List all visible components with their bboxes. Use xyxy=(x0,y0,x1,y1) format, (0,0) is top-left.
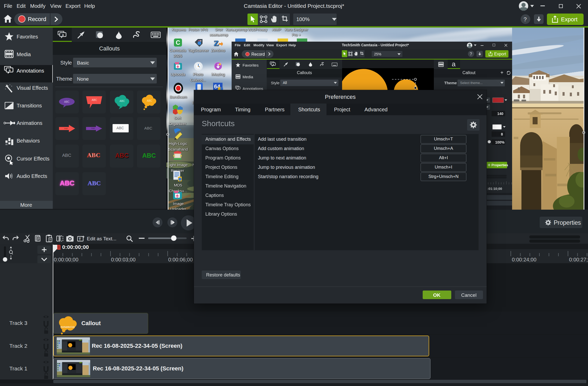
svg-text:ABC: ABC xyxy=(147,99,152,102)
svg-text:PAR: PAR xyxy=(91,127,95,129)
svg-text:PAR: PAR xyxy=(64,128,68,130)
svg-text:Z: Z xyxy=(214,39,219,47)
svg-text:a: a xyxy=(9,68,11,72)
svg-text:a: a xyxy=(273,63,274,66)
svg-text:T: T xyxy=(79,237,81,241)
svg-text:NoNaMeClub: NoNaMeClub xyxy=(61,326,75,328)
svg-text:ABC: ABC xyxy=(92,99,97,101)
svg-text:ABC: ABC xyxy=(64,100,70,103)
svg-text:ABC: ABC xyxy=(120,100,125,102)
